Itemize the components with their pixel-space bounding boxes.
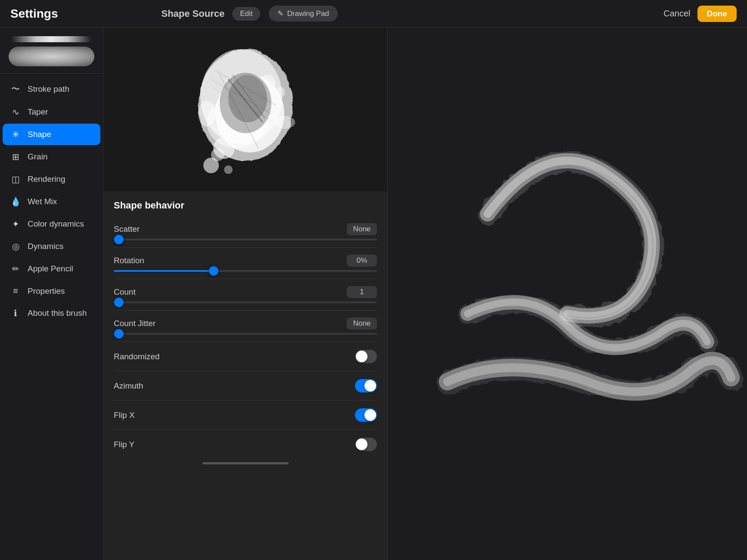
count-jitter-value: None xyxy=(347,317,377,330)
brush-preview xyxy=(0,31,103,74)
grain-icon: ⊞ xyxy=(9,152,22,162)
sidebar: 〜 Stroke path ∿ Taper ✳ Shape ⊞ Grain ◫ … xyxy=(0,28,103,560)
sidebar-item-grain[interactable]: ⊞ Grain xyxy=(3,146,100,168)
sidebar-item-properties[interactable]: ≡ Properties xyxy=(3,280,100,302)
sidebar-label-shape: Shape xyxy=(28,130,51,139)
sidebar-label-dynamics: Dynamics xyxy=(28,242,63,251)
done-button[interactable]: Done xyxy=(697,6,737,22)
settings-title: Settings xyxy=(10,7,58,21)
flip-y-row: Flip Y xyxy=(103,432,387,457)
scroll-indicator xyxy=(202,462,289,464)
flip-x-row: Flip X xyxy=(103,402,387,428)
randomized-toggle[interactable] xyxy=(355,350,377,363)
rotation-label: Rotation xyxy=(114,256,144,265)
scatter-slider-track[interactable] xyxy=(114,239,377,240)
flip-y-label: Flip Y xyxy=(114,440,134,449)
brush-stroke-thick-preview xyxy=(9,47,94,66)
count-slider-track[interactable] xyxy=(114,302,377,303)
flip-x-toggle-knob xyxy=(364,409,376,421)
header: Settings Shape Source Edit ✎ Drawing Pad… xyxy=(0,0,747,28)
svg-point-14 xyxy=(224,165,233,174)
sidebar-item-about[interactable]: ℹ About this brush xyxy=(3,302,100,324)
sidebar-item-dynamics[interactable]: ◎ Dynamics xyxy=(3,236,100,257)
count-jitter-label: Count Jitter xyxy=(114,319,156,328)
shape-source-title: Shape Source xyxy=(161,8,224,19)
sidebar-label-grain: Grain xyxy=(28,152,47,162)
sidebar-item-color-dynamics[interactable]: ✦ Color dynamics xyxy=(3,213,100,235)
sidebar-item-taper[interactable]: ∿ Taper xyxy=(3,101,100,123)
azimuth-toggle[interactable] xyxy=(355,379,377,392)
wet-mix-icon: 💧 xyxy=(9,196,22,207)
rotation-slider-track[interactable] xyxy=(114,270,377,272)
brush-texture-svg xyxy=(181,36,310,183)
sidebar-label-rendering: Rendering xyxy=(28,174,65,184)
count-slider-thumb[interactable] xyxy=(114,298,124,307)
drawing-pad-button[interactable]: ✎ Drawing Pad xyxy=(269,6,337,22)
about-icon: ℹ xyxy=(9,308,22,318)
sidebar-label-stroke-path: Stroke path xyxy=(28,84,69,94)
rendering-icon: ◫ xyxy=(9,174,22,184)
center-panel: Shape behavior Scatter None Rotation 0% xyxy=(103,28,388,560)
apple-pencil-icon: ✏ xyxy=(9,264,22,274)
dynamics-icon: ◎ xyxy=(9,241,22,252)
flip-x-label: Flip X xyxy=(114,411,135,420)
brush-stroke-svg xyxy=(388,28,747,560)
count-jitter-slider-thumb[interactable] xyxy=(114,329,124,339)
svg-point-13 xyxy=(203,158,219,173)
rotation-slider-fill xyxy=(114,270,214,272)
drawing-pad-label: Drawing Pad xyxy=(287,9,329,18)
scatter-row: Scatter None xyxy=(103,218,387,246)
sidebar-item-wet-mix[interactable]: 💧 Wet Mix xyxy=(3,191,100,212)
sidebar-label-properties: Properties xyxy=(28,286,65,296)
azimuth-label: Azimuth xyxy=(114,381,143,391)
shape-behavior-title: Shape behavior xyxy=(103,191,387,218)
randomized-label: Randomized xyxy=(114,352,160,361)
count-row: Count 1 xyxy=(103,281,387,308)
azimuth-toggle-knob xyxy=(364,380,376,392)
sidebar-label-color-dynamics: Color dynamics xyxy=(28,219,84,229)
brush-stroke-thin-preview xyxy=(11,36,92,42)
scatter-slider-thumb[interactable] xyxy=(114,235,124,244)
scatter-value: None xyxy=(347,223,377,235)
flip-y-toggle-knob xyxy=(356,439,367,450)
count-value: 1 xyxy=(347,286,377,298)
sidebar-item-apple-pencil[interactable]: ✏ Apple Pencil xyxy=(3,258,100,280)
rotation-slider-thumb[interactable] xyxy=(209,266,218,276)
main-content: 〜 Stroke path ∿ Taper ✳ Shape ⊞ Grain ◫ … xyxy=(0,28,747,560)
color-dynamics-icon: ✦ xyxy=(9,219,22,229)
count-label: Count xyxy=(114,287,136,297)
count-jitter-slider-track[interactable] xyxy=(114,333,377,335)
svg-point-12 xyxy=(275,87,285,97)
edit-button[interactable]: Edit xyxy=(232,7,260,21)
shape-source-image xyxy=(103,28,387,191)
cancel-button[interactable]: Cancel xyxy=(663,9,690,19)
flip-y-toggle[interactable] xyxy=(355,438,377,451)
sidebar-label-taper: Taper xyxy=(28,107,48,117)
flip-x-toggle[interactable] xyxy=(355,408,377,422)
rotation-value: 0% xyxy=(347,255,377,267)
taper-icon: ∿ xyxy=(9,107,22,117)
azimuth-row: Azimuth xyxy=(103,373,387,398)
randomized-row: Randomized xyxy=(103,344,387,369)
drawing-pad-icon: ✎ xyxy=(277,9,283,18)
stroke-path-icon: 〜 xyxy=(9,83,22,95)
sidebar-label-apple-pencil: Apple Pencil xyxy=(28,264,73,274)
svg-point-18 xyxy=(228,75,267,122)
rotation-row: Rotation 0% xyxy=(103,249,387,277)
shape-icon: ✳ xyxy=(9,129,22,140)
sidebar-item-shape[interactable]: ✳ Shape xyxy=(3,124,100,145)
count-jitter-row: Count Jitter None xyxy=(103,312,387,340)
right-panel xyxy=(388,28,747,560)
svg-point-15 xyxy=(274,116,295,129)
randomized-toggle-knob xyxy=(356,351,367,362)
sidebar-item-stroke-path[interactable]: 〜 Stroke path xyxy=(3,78,100,100)
svg-point-16 xyxy=(198,101,215,127)
sidebar-label-about: About this brush xyxy=(28,308,87,318)
sidebar-item-rendering[interactable]: ◫ Rendering xyxy=(3,168,100,190)
sidebar-label-wet-mix: Wet Mix xyxy=(28,197,57,206)
bottom-scroll-area xyxy=(103,457,387,470)
properties-icon: ≡ xyxy=(9,286,22,296)
scatter-label: Scatter xyxy=(114,224,140,234)
